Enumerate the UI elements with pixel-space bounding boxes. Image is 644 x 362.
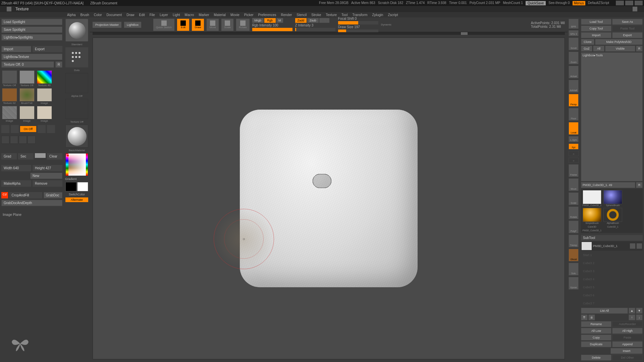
draw-size-label[interactable]: Draw Size 197 (338, 25, 378, 29)
menus-toggle[interactable]: Menus (573, 1, 585, 5)
goz-button[interactable]: GoZ (581, 46, 592, 52)
texture-swatch-brushtxtr[interactable] (19, 88, 35, 102)
floor-tool[interactable]: Floor (569, 108, 579, 121)
canvas-scroll-h[interactable] (93, 32, 565, 35)
persp-tool[interactable]: Persp (569, 94, 579, 107)
menu-light[interactable]: Light (173, 13, 180, 17)
flip-h-icon[interactable] (1, 125, 9, 133)
tool-thumb-current[interactable] (583, 190, 601, 204)
menu-file[interactable]: File (150, 13, 155, 17)
arrow-down-icon[interactable]: ▼ (636, 308, 643, 314)
copy-subtool-button[interactable]: Copy (581, 335, 611, 341)
rgb-intensity-label[interactable]: Rgb Intensity 100 (252, 23, 292, 27)
new-button[interactable]: New (30, 173, 62, 179)
height-field[interactable]: Height 427 (33, 165, 62, 171)
menu-movie[interactable]: Movie (230, 13, 239, 17)
frame-tool[interactable]: Frame (569, 164, 579, 177)
seethrough-slider[interactable]: See-through 0 (548, 1, 570, 5)
edit-button[interactable]: Edit (177, 19, 189, 31)
refresh-icon[interactable] (633, 7, 637, 11)
alpha-preview[interactable] (65, 73, 88, 93)
grabdocdepth-button[interactable]: GrabDocAndDepth (1, 200, 62, 206)
focal-shift-slider[interactable] (338, 21, 378, 24)
nav-down-icon[interactable]: ↓ (636, 314, 643, 320)
save-spotlight-button[interactable]: Save Spotlight (1, 26, 62, 33)
menu-material[interactable]: Material (214, 13, 226, 17)
move-button[interactable]: Move (207, 19, 219, 31)
inv-icon[interactable] (47, 125, 55, 133)
subtool-vis-icon[interactable] (637, 243, 642, 249)
rotate-button[interactable]: Rotate (236, 19, 250, 31)
secondary-color-swatch[interactable] (65, 182, 76, 191)
zcut-button[interactable]: Zcut (319, 18, 329, 23)
rotate-tool[interactable]: Rotate (569, 206, 579, 219)
stroke-preview[interactable] (65, 47, 88, 67)
xpose-tool[interactable]: Xpose (569, 277, 579, 290)
home-icon[interactable] (7, 7, 11, 11)
width-field[interactable]: Width 640 (1, 165, 31, 171)
cropfill-button[interactable]: CropAndFill (9, 192, 42, 198)
menu-document[interactable]: Document (107, 13, 122, 17)
texture-swatch-off[interactable] (2, 70, 17, 84)
listall-button[interactable]: List All (581, 308, 628, 314)
export-texture-button[interactable]: Export (33, 46, 62, 52)
goz-visible-button[interactable]: Visible (605, 46, 635, 52)
menu-texture[interactable]: Texture (326, 13, 337, 17)
default-script[interactable]: DefaultZScript (588, 1, 609, 5)
menu-picker[interactable]: Picker (244, 13, 254, 17)
menu-tool[interactable]: Tool (341, 13, 347, 17)
lsym-tool[interactable]: L.Sym (569, 136, 579, 142)
texture-swatch-image3[interactable] (19, 106, 35, 119)
texture-swatch-02[interactable] (2, 88, 17, 102)
draw-button[interactable]: Draw (192, 19, 204, 31)
rgb-intensity-slider[interactable] (252, 28, 292, 31)
flip-v-icon[interactable] (11, 125, 19, 133)
move-up-icon[interactable]: ⇈ (581, 314, 588, 320)
menu-preferences[interactable]: Preferences (258, 13, 276, 17)
scroll-tool[interactable]: Scroll (569, 38, 579, 50)
model-cube[interactable] (240, 110, 418, 287)
lightbox-tools-button[interactable]: Lightbox▸Tools (581, 52, 643, 181)
menu-zscript[interactable]: Zscript (388, 13, 398, 17)
quicksketch-button[interactable]: Quick Sketch (153, 19, 174, 31)
clear-button[interactable]: Clear (47, 153, 62, 160)
delete-button[interactable]: Delete (581, 355, 611, 361)
goz-r-button[interactable]: R (636, 46, 643, 52)
texture-swatch-image1[interactable] (37, 88, 52, 102)
menu-layer[interactable]: Layer (160, 13, 168, 17)
zoom-tool[interactable]: Zoom (569, 52, 579, 64)
texture-swatch-40[interactable] (37, 70, 52, 84)
win-min-icon[interactable] (616, 1, 624, 5)
quicksave-button[interactable]: QuickSave (526, 1, 546, 5)
import-tool-button[interactable]: Import (581, 32, 611, 38)
make-polymesh-button[interactable]: Make PolyMesh3D (595, 39, 643, 45)
paste-subtool-button[interactable]: Paste (612, 335, 643, 341)
sec-button[interactable]: Sec (18, 153, 34, 160)
subtool-header[interactable]: SubTool (581, 235, 643, 241)
remove-button[interactable]: Remove (33, 180, 62, 187)
tool-r-button[interactable]: R (636, 182, 643, 188)
makealpha-button[interactable]: MakeAlpha (1, 180, 31, 187)
move-tool[interactable]: Move (569, 178, 579, 191)
gradient-label[interactable]: Gradient (65, 177, 77, 181)
primary-color-swatch[interactable] (77, 182, 88, 191)
menu-brush[interactable]: Brush (80, 13, 89, 17)
tool-thumb-alpha[interactable] (603, 208, 622, 222)
aahalf-tool[interactable]: AAHalf (569, 80, 579, 93)
z-intensity-slider[interactable] (295, 28, 335, 31)
misc-icon-3[interactable] (19, 136, 27, 144)
win-max-icon[interactable] (625, 1, 633, 5)
copy-tool-button[interactable]: Copy Tool (581, 25, 611, 32)
texture-swatch-image4[interactable] (37, 106, 52, 119)
scale-tool[interactable]: Scale (569, 192, 579, 205)
goz-all-button[interactable]: All (593, 46, 604, 52)
projection-master-button[interactable]: Projection Master (93, 22, 121, 28)
export-tool-button[interactable]: Export (612, 32, 643, 38)
grabdoc-button[interactable]: GrabDoc (44, 192, 62, 198)
bpr-button[interactable]: BPR (569, 19, 579, 29)
load-tool-button[interactable]: Load Tool (581, 19, 611, 25)
allhigh-button[interactable]: All High (612, 328, 643, 334)
menu-draw[interactable]: Draw (126, 13, 134, 17)
menu-zplugin[interactable]: Zplugin (372, 13, 383, 17)
grad-button[interactable]: Grad (1, 153, 17, 160)
